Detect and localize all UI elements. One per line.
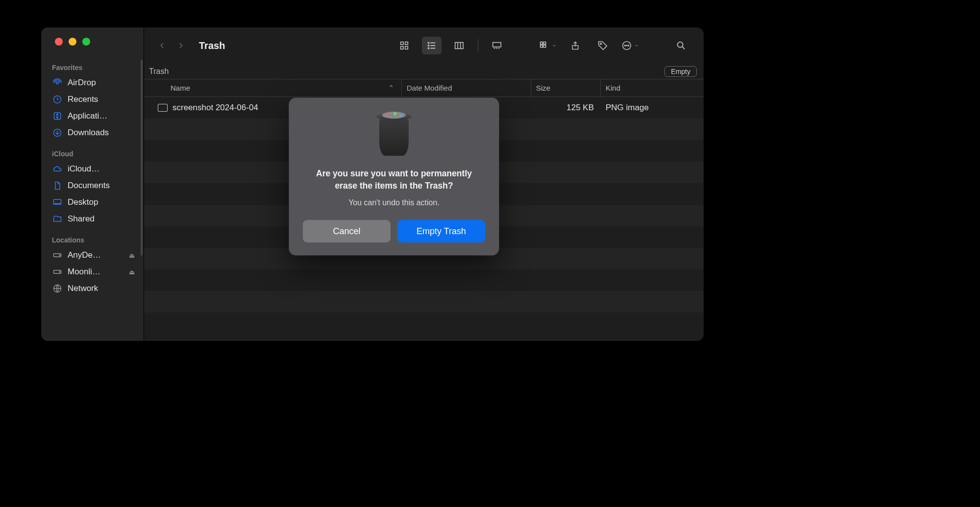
column-label: Kind	[606, 84, 620, 92]
sidebar-item-label: Network	[68, 284, 98, 293]
sidebar-section-icloud: iCloud	[41, 141, 144, 161]
view-list-button[interactable]	[422, 37, 441, 54]
view-columns-button[interactable]	[449, 37, 469, 54]
empty-trash-confirm-button[interactable]: Empty Trash	[397, 220, 485, 242]
sidebar-item-label: iCloud…	[68, 164, 99, 174]
clock-icon	[52, 94, 63, 105]
svg-rect-13	[405, 47, 408, 49]
sidebar-item-icloud-drive[interactable]: iCloud…	[41, 161, 144, 177]
desktop-icon	[52, 197, 63, 208]
share-button[interactable]	[565, 37, 585, 54]
column-header-name[interactable]: Name ⌃	[144, 79, 402, 97]
document-icon	[52, 180, 63, 191]
svg-point-8	[59, 271, 60, 272]
sidebar-item-label: Shared	[68, 214, 95, 224]
sidebar-item-recents[interactable]: Recents	[41, 91, 144, 108]
sidebar-item-applications[interactable]: Applicati…	[41, 108, 144, 124]
svg-point-36	[628, 45, 629, 46]
svg-rect-29	[540, 45, 543, 48]
svg-point-14	[428, 42, 429, 43]
sidebar-item-location-0[interactable]: AnyDe… ⏏	[41, 247, 144, 264]
column-label: Date Modified	[407, 84, 452, 92]
sidebar-item-label: Desktop	[68, 197, 98, 207]
sidebar-item-documents[interactable]: Documents	[41, 177, 144, 194]
svg-point-35	[626, 45, 627, 46]
sidebar-item-label: Downloads	[68, 128, 109, 138]
svg-point-0	[56, 82, 59, 84]
svg-point-32	[600, 43, 602, 45]
applications-icon	[52, 111, 63, 121]
column-header-kind[interactable]: Kind	[601, 79, 704, 97]
subheader: Trash Empty	[144, 64, 704, 79]
sidebar-item-network[interactable]: Network	[41, 280, 144, 297]
sidebar-item-label: Documents	[68, 181, 110, 191]
svg-rect-26	[498, 48, 500, 49]
dialog-subtitle: You can't undo this action.	[348, 198, 440, 207]
dialog-title: Are you sure you want to permanently era…	[311, 168, 477, 192]
column-header-date-modified[interactable]: Date Modified	[402, 79, 531, 97]
disk-icon	[52, 266, 63, 277]
dialog-buttons: Cancel Empty Trash	[303, 220, 485, 242]
nav-forward-button[interactable]	[173, 38, 188, 53]
cloud-icon	[52, 164, 63, 174]
svg-rect-23	[493, 43, 501, 47]
svg-rect-20	[455, 43, 464, 49]
sidebar-item-airdrop[interactable]: AirDrop	[41, 74, 144, 91]
sidebar-section-favorites: Favorites	[41, 55, 144, 74]
svg-point-37	[678, 42, 683, 48]
traffic-lights	[41, 27, 144, 55]
sidebar-section-locations: Locations	[41, 227, 144, 247]
sidebar-item-label: Applicati…	[68, 111, 107, 121]
svg-rect-27	[540, 42, 543, 45]
downloads-icon	[52, 127, 63, 138]
trash-full-icon	[376, 113, 412, 156]
window-zoom-button[interactable]	[82, 38, 90, 46]
shared-folder-icon	[52, 214, 63, 224]
sidebar-item-location-1[interactable]: Moonli… ⏏	[41, 264, 144, 280]
svg-point-34	[624, 45, 625, 46]
window-minimize-button[interactable]	[69, 38, 76, 46]
file-size-cell: 125 KB	[531, 103, 601, 113]
sidebar-item-desktop[interactable]: Desktop	[41, 194, 144, 211]
svg-rect-25	[496, 48, 497, 49]
nav-back-button[interactable]	[155, 38, 170, 53]
empty-row	[144, 269, 704, 291]
empty-trash-button[interactable]: Empty	[664, 66, 697, 77]
sidebar-item-label: Recents	[68, 95, 98, 104]
svg-rect-24	[494, 48, 495, 49]
disk-icon	[52, 250, 63, 261]
search-button[interactable]	[671, 37, 691, 54]
svg-rect-30	[543, 45, 546, 48]
sidebar-scrollbar[interactable]	[141, 60, 143, 256]
empty-trash-dialog: Are you sure you want to permanently era…	[289, 98, 499, 255]
sidebar-item-label: Moonli…	[68, 267, 100, 277]
file-kind-cell: PNG image	[601, 103, 704, 113]
separator	[478, 39, 478, 52]
svg-rect-10	[401, 42, 404, 45]
tags-button[interactable]	[593, 37, 612, 54]
svg-rect-11	[405, 42, 408, 45]
sidebar-item-downloads[interactable]: Downloads	[41, 124, 144, 141]
view-gallery-button[interactable]	[487, 37, 507, 54]
window-title: Trash	[199, 40, 225, 51]
column-header-size[interactable]: Size	[531, 79, 601, 97]
svg-point-15	[428, 45, 429, 46]
sidebar: Favorites AirDrop Recents Applicati… Dow…	[41, 27, 144, 341]
svg-rect-12	[401, 47, 404, 49]
empty-row	[144, 291, 704, 313]
eject-icon[interactable]: ⏏	[129, 268, 135, 276]
cancel-button[interactable]: Cancel	[303, 220, 391, 242]
network-globe-icon	[52, 283, 63, 294]
view-icons-button[interactable]	[394, 37, 414, 54]
sidebar-item-label: AirDrop	[68, 78, 96, 88]
column-label: Size	[536, 84, 550, 92]
airdrop-icon	[52, 77, 63, 88]
eject-icon[interactable]: ⏏	[129, 252, 135, 259]
location-label: Trash	[149, 67, 169, 76]
sidebar-item-shared[interactable]: Shared	[41, 211, 144, 227]
sort-asc-icon: ⌃	[388, 84, 394, 93]
actions-button[interactable]	[620, 37, 640, 54]
group-by-button[interactable]	[538, 37, 558, 54]
window-close-button[interactable]	[55, 38, 63, 46]
sidebar-item-label: AnyDe…	[68, 250, 101, 260]
